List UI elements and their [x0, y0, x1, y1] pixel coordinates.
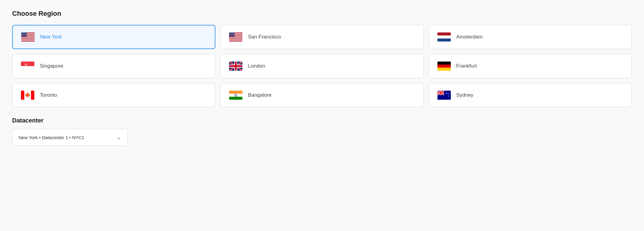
region-grid: ★★★ ★★ ★★★ New York ★★★ ★★ ★★★ Sa — [12, 25, 632, 107]
region-name-toronto: Toronto — [40, 92, 57, 98]
flag-sg-icon: ☽ ★ ★ ★ ★ ★ — [21, 62, 34, 71]
svg-text:★: ★ — [25, 35, 26, 36]
svg-text:🍁: 🍁 — [25, 92, 31, 98]
svg-rect-71 — [229, 91, 242, 94]
svg-text:✦: ✦ — [448, 92, 449, 94]
svg-rect-68 — [31, 91, 34, 100]
svg-rect-9 — [21, 39, 35, 39]
svg-rect-11 — [21, 40, 35, 41]
svg-rect-10 — [21, 39, 35, 40]
flag-us-icon: ★★★ ★★ ★★★ — [21, 32, 35, 42]
svg-rect-73 — [229, 97, 242, 100]
datacenter-section-title: Datacenter — [12, 117, 632, 124]
flag-au-icon: ✦ ✦ ✦ ✦ — [437, 91, 451, 100]
svg-rect-8 — [21, 38, 35, 38]
region-name-singapore: Singapore — [40, 63, 63, 69]
svg-rect-63 — [229, 65, 242, 67]
flag-gb-icon — [229, 62, 242, 71]
flag-nl-icon — [437, 32, 451, 42]
region-card-toronto[interactable]: 🍁 Toronto — [12, 83, 215, 107]
region-card-new-york[interactable]: ★★★ ★★ ★★★ New York — [12, 25, 215, 49]
svg-text:★: ★ — [231, 35, 232, 36]
svg-rect-32 — [229, 39, 242, 40]
region-card-bangalore[interactable]: Bangalore — [220, 83, 423, 107]
region-name-sydney: Sydney — [456, 92, 474, 98]
svg-rect-31 — [229, 39, 242, 39]
svg-text:★: ★ — [23, 35, 25, 36]
svg-rect-44 — [437, 32, 451, 35]
svg-rect-29 — [229, 37, 242, 38]
svg-rect-64 — [437, 62, 451, 65]
svg-rect-66 — [437, 68, 451, 71]
svg-point-75 — [235, 95, 236, 95]
region-name-san-francisco: San Francisco — [248, 34, 281, 40]
svg-text:✦: ✦ — [447, 95, 449, 97]
region-name-bangalore: Bangalore — [248, 92, 272, 98]
flag-ca-icon: 🍁 — [21, 91, 34, 100]
region-name-amsterdam: Amsterdam — [456, 34, 483, 40]
region-card-frankfurt[interactable]: Frankfurt — [429, 54, 632, 78]
svg-text:★: ★ — [22, 35, 23, 36]
region-card-sydney[interactable]: ✦ ✦ ✦ ✦ Sydney — [429, 83, 632, 107]
svg-rect-33 — [229, 40, 242, 41]
flag-in-icon — [229, 91, 242, 100]
datacenter-dropdown[interactable]: New York • Datacenter 1 • NYC1 ⌄ — [12, 129, 128, 146]
region-card-amsterdam[interactable]: Amsterdam — [429, 25, 632, 49]
region-card-singapore[interactable]: ☽ ★ ★ ★ ★ ★ Singapore — [12, 54, 215, 78]
svg-text:✦: ✦ — [445, 92, 447, 95]
svg-rect-7 — [21, 37, 35, 38]
svg-rect-6 — [21, 37, 35, 37]
datacenter-value: New York • Datacenter 1 • NYC1 — [19, 135, 84, 140]
region-card-san-francisco[interactable]: ★★★ ★★ ★★★ San Francisco — [220, 25, 423, 49]
region-card-london[interactable]: London — [220, 54, 423, 78]
flag-de-icon — [437, 62, 451, 71]
svg-rect-34 — [229, 41, 242, 42]
flag-us-icon: ★★★ ★★ ★★★ — [229, 32, 242, 42]
chevron-down-icon: ⌄ — [117, 134, 121, 141]
svg-rect-28 — [229, 37, 242, 37]
region-name-frankfurt: Frankfurt — [456, 63, 477, 69]
region-name-london: London — [248, 63, 265, 69]
svg-rect-48 — [21, 66, 34, 71]
svg-rect-12 — [21, 41, 35, 42]
svg-text:✦: ✦ — [449, 93, 450, 95]
svg-rect-46 — [437, 38, 451, 42]
svg-rect-85 — [437, 92, 444, 93]
svg-rect-45 — [437, 35, 451, 38]
svg-text:★: ★ — [229, 35, 231, 36]
svg-rect-67 — [21, 91, 24, 100]
region-name-new-york: New York — [40, 34, 62, 40]
svg-text:★: ★ — [233, 35, 234, 36]
svg-rect-30 — [229, 38, 242, 38]
page-title: Choose Region — [12, 10, 632, 18]
svg-rect-65 — [437, 65, 451, 68]
